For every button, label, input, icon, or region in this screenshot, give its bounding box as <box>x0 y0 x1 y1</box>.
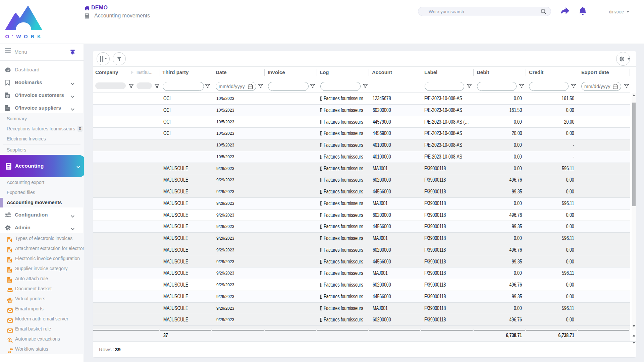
svg-text:O'WORK: O'WORK <box>5 34 44 39</box>
